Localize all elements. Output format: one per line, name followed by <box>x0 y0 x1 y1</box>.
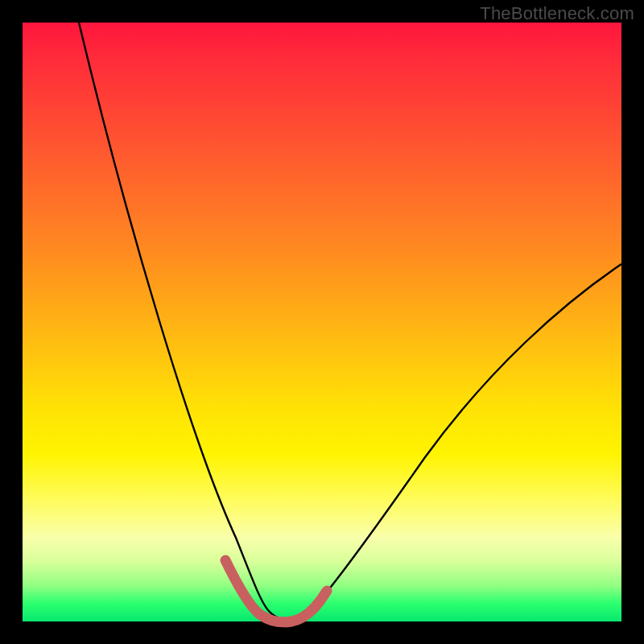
watermark-text: TheBottleneck.com <box>480 3 634 24</box>
valley-highlight <box>225 560 327 622</box>
plot-area <box>23 23 621 621</box>
bottleneck-curve-svg <box>23 23 621 621</box>
bottleneck-curve <box>79 23 621 620</box>
chart-frame: TheBottleneck.com <box>0 0 644 644</box>
